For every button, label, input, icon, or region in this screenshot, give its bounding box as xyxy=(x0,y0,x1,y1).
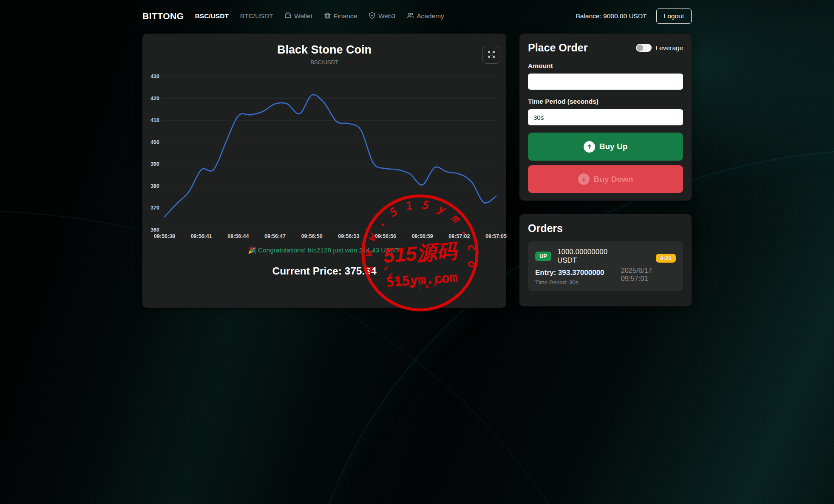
direction-badge: UP xyxy=(535,252,551,261)
svg-text:09:56:44: 09:56:44 xyxy=(227,233,249,239)
nav-item-academy[interactable]: Academy xyxy=(407,12,444,21)
top-nav: BITTONG BSC/USDT BTC/USDT Wallet xyxy=(142,0,692,32)
svg-text:390: 390 xyxy=(150,161,159,167)
place-order-title: Place Order xyxy=(528,42,587,54)
nav-item-bsc-usdt[interactable]: BSC/USDT xyxy=(195,12,229,20)
svg-text:09:56:47: 09:56:47 xyxy=(264,233,286,239)
svg-text:410: 410 xyxy=(150,117,159,123)
amount-label: Amount xyxy=(528,62,683,70)
amount-input[interactable] xyxy=(528,74,683,90)
svg-text:430: 430 xyxy=(150,74,159,79)
countdown-badge: 0:26 xyxy=(656,254,676,263)
current-price: Current Price: 375.34 xyxy=(150,265,499,277)
time-period-input[interactable] xyxy=(528,109,683,125)
price-chart: 36037038039040041042043009:56:3809:56:41… xyxy=(150,71,499,242)
shield-check-icon xyxy=(369,12,376,21)
people-icon xyxy=(407,12,414,21)
svg-text:380: 380 xyxy=(150,183,159,189)
svg-text:370: 370 xyxy=(150,205,159,211)
nav-item-wallet[interactable]: Wallet xyxy=(284,12,312,21)
wallet-icon xyxy=(284,12,292,21)
nav-item-web3[interactable]: Web3 xyxy=(369,12,395,21)
svg-text:09:57:05: 09:57:05 xyxy=(485,233,507,239)
bank-icon xyxy=(324,12,331,21)
time-period-label: Time Period (seconds) xyxy=(528,98,683,105)
order-datetime: 2025/6/17 09:57:01 xyxy=(621,266,676,283)
svg-text:400: 400 xyxy=(150,139,159,145)
chart-title: Black Stone Coin xyxy=(150,43,499,57)
price-chart-area: 36037038039040041042043009:56:3809:56:41… xyxy=(150,71,499,242)
fullscreen-button[interactable] xyxy=(482,46,500,64)
nav-item-btc-usdt[interactable]: BTC/USDT xyxy=(240,12,273,20)
order-entry: Entry: 393.37000000 xyxy=(535,269,621,277)
chart-card: Black Stone Coin BSC/USDT 36037038039040… xyxy=(142,34,506,308)
order-row[interactable]: UP 1000.00000000 USDT Entry: 393.3700000… xyxy=(528,241,683,291)
order-amount: 1000.00000000 USDT xyxy=(557,248,621,265)
fullscreen-expand-icon xyxy=(487,50,496,60)
buy-down-button[interactable]: Buy Down xyxy=(528,165,683,193)
arrow-down-icon xyxy=(578,173,590,185)
congrats-ticker: 🎉 Congratulations! btc2128 just won 214.… xyxy=(150,246,499,254)
arrow-up-icon xyxy=(584,141,595,153)
logout-button[interactable]: Logout xyxy=(656,8,692,24)
svg-text:09:57:02: 09:57:02 xyxy=(448,233,470,239)
svg-text:09:56:38: 09:56:38 xyxy=(154,233,175,239)
svg-text:420: 420 xyxy=(150,96,159,102)
chart-subtitle: BSC/USDT xyxy=(150,59,499,65)
place-order-panel: Place Order Leverage Amount Time Period … xyxy=(519,34,692,201)
leverage-toggle[interactable] xyxy=(636,44,652,52)
svg-text:09:56:50: 09:56:50 xyxy=(301,233,323,239)
svg-text:09:56:41: 09:56:41 xyxy=(191,233,212,239)
toggle-knob xyxy=(637,45,643,51)
balance-text: Balance: 9000.00 USDT xyxy=(576,12,647,20)
nav-links: BSC/USDT BTC/USDT Wallet xyxy=(195,12,444,21)
orders-panel: Orders UP 1000.00000000 USDT Entry: 393.… xyxy=(519,214,692,306)
brand-logo: BITTONG xyxy=(142,11,184,21)
svg-text:360: 360 xyxy=(150,227,159,233)
buy-up-button[interactable]: Buy Up xyxy=(528,133,683,161)
leverage-label: Leverage xyxy=(655,44,683,52)
order-time-period: Time Period: 30s xyxy=(535,279,621,286)
svg-text:09:56:59: 09:56:59 xyxy=(412,233,433,239)
orders-title: Orders xyxy=(528,222,683,235)
nav-item-finance[interactable]: Finance xyxy=(324,12,357,21)
svg-text:09:56:53: 09:56:53 xyxy=(338,233,359,239)
svg-text:09:56:56: 09:56:56 xyxy=(375,233,396,239)
